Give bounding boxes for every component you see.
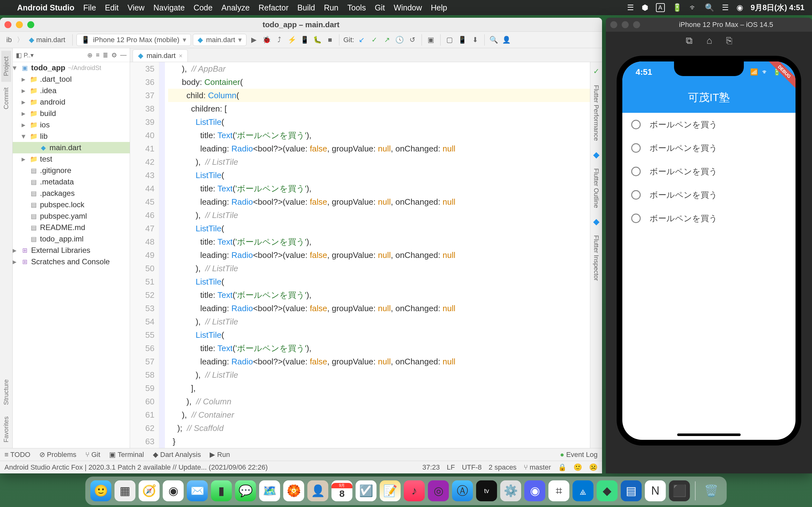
menu-tools[interactable]: Tools (347, 3, 366, 12)
todo-item[interactable]: ボールペンを買う (622, 160, 796, 183)
close-tab-icon[interactable]: × (179, 52, 183, 60)
mail-icon[interactable]: ✉️ (187, 481, 208, 501)
status-message[interactable]: Android Studio Arctic Fox | 2020.3.1 Pat… (4, 463, 268, 471)
sim-minimize-button[interactable] (622, 21, 629, 28)
photos-icon[interactable]: 🏵️ (283, 481, 304, 501)
control-center-icon[interactable]: ☰ (722, 3, 729, 12)
home-icon[interactable]: ⌂ (706, 35, 712, 46)
slack-icon[interactable]: ⌗ (548, 481, 569, 501)
run-config-selector[interactable]: ◆main.dart▾ (193, 34, 247, 46)
menu-view[interactable]: View (128, 3, 145, 12)
stop-button[interactable]: ■ (324, 35, 335, 45)
menu-analyze[interactable]: Analyze (221, 3, 250, 12)
breadcrumb-lib[interactable]: ib (3, 35, 15, 45)
run-button[interactable]: ▶ (248, 35, 259, 45)
discord-icon[interactable]: ◉ (524, 481, 545, 501)
tab-dart-analysis[interactable]: ◆ Dart Analysis (153, 451, 201, 459)
breadcrumb-file[interactable]: ◆ main.dart (26, 35, 68, 45)
sim-zoom-button[interactable] (633, 21, 640, 28)
tree-expand-icon[interactable]: ≡ (96, 51, 100, 59)
menu-code[interactable]: Code (194, 3, 212, 12)
code-editor[interactable]: 3536373839404142434445464748495051525354… (130, 62, 602, 448)
tool-structure[interactable]: Structure (1, 374, 11, 411)
podcasts-icon[interactable]: ◎ (428, 481, 449, 501)
minimize-button[interactable] (16, 21, 23, 28)
wifi-icon[interactable]: ᯤ (690, 3, 697, 12)
menu-build[interactable]: Build (298, 3, 315, 12)
tree-item[interactable]: ▸📁ios (13, 119, 130, 130)
search-everywhere-button[interactable]: 🔍 (489, 35, 499, 45)
git-pull-button[interactable]: ↙ (356, 35, 367, 45)
coverage-button[interactable]: ⤴ (274, 35, 285, 45)
tool-commit[interactable]: Commit (1, 82, 11, 115)
tab-git[interactable]: ⑂ Git (85, 451, 100, 459)
tool-flutter-inspector[interactable]: Flutter Inspector (589, 231, 602, 285)
zoom-button[interactable] (27, 21, 34, 28)
tree-item[interactable]: ▤.packages (13, 187, 130, 199)
launchpad-icon[interactable]: ▦ (114, 481, 136, 501)
caret-position[interactable]: 37:23 (422, 463, 440, 471)
reminders-icon[interactable]: ☑️ (356, 481, 376, 501)
calendar-icon[interactable]: 9月8 (332, 481, 352, 501)
rotate-icon[interactable]: ⎘ (726, 35, 732, 46)
menu-refactor[interactable]: Refactor (258, 3, 288, 12)
device-selector[interactable]: 📱iPhone 12 Pro Max (mobile)▾ (77, 34, 191, 46)
radio-icon[interactable] (631, 214, 641, 223)
tree-collapse-icon[interactable]: ≣ (103, 51, 108, 59)
tool-favorites[interactable]: Favorites (1, 411, 11, 448)
tree-item[interactable]: ▤pubspec.yaml (13, 210, 130, 222)
tree-item[interactable]: ▤todo_app.iml (13, 233, 130, 245)
tree-item[interactable]: ▸⊞External Libraries (13, 245, 130, 256)
close-button[interactable] (4, 21, 11, 28)
tv-icon[interactable]: tv (476, 481, 497, 501)
sequel-icon[interactable]: ▤ (621, 481, 642, 501)
tab-terminal[interactable]: ▣ Terminal (109, 451, 144, 459)
profile-button[interactable]: 🐛 (312, 35, 322, 45)
code-content[interactable]: ), // AppBar body: Container( child: Col… (165, 62, 602, 448)
attach-debugger-button[interactable]: 📱 (299, 35, 310, 45)
tree-item[interactable]: ▾📁lib (13, 130, 130, 142)
git-revert-button[interactable]: ↺ (407, 35, 418, 45)
tree-item[interactable]: ▸📁android (13, 96, 130, 108)
notion-app-icon[interactable]: N (645, 481, 666, 501)
maps-icon[interactable]: 🗺️ (259, 481, 280, 501)
inspection-ok-icon[interactable]: ✓ (593, 65, 600, 78)
tree-settings-icon[interactable]: ⚙ (111, 51, 117, 59)
music-icon[interactable]: ♪ (404, 481, 425, 501)
tab-run[interactable]: ▶ Run (210, 451, 230, 459)
sim-close-button[interactable] (610, 21, 617, 28)
safari-icon[interactable]: 🧭 (139, 481, 159, 501)
input-source-icon[interactable]: A (656, 3, 665, 12)
tree-item[interactable]: ▤README.md (13, 222, 130, 233)
emoji-sad-icon[interactable]: ☹️ (589, 463, 598, 471)
spotlight-icon[interactable]: 🔍 (705, 3, 714, 12)
chrome-icon[interactable]: ◉ (163, 481, 184, 501)
siri-icon[interactable]: ◉ (737, 3, 743, 12)
menu-file[interactable]: File (84, 3, 96, 12)
tree-locate-icon[interactable]: ⊕ (87, 51, 93, 59)
tab-problems[interactable]: ⊘ Problems (39, 451, 77, 459)
fold-column[interactable] (159, 62, 165, 448)
avd-manager-button[interactable]: ▣ (426, 35, 437, 45)
notes-icon[interactable]: 📝 (380, 481, 401, 501)
menu-help[interactable]: Help (431, 3, 447, 12)
terminal-icon[interactable]: ⬛ (669, 481, 690, 501)
todo-item[interactable]: ボールペンを買う (622, 113, 796, 136)
todo-item[interactable]: ボールペンを買う (622, 207, 796, 230)
tree-hide-icon[interactable]: — (120, 51, 126, 59)
tab-todo[interactable]: ≡ TODO (4, 451, 31, 459)
messages-icon[interactable]: 💬 (235, 481, 256, 501)
settings-icon[interactable]: ⚙️ (500, 481, 521, 501)
device-manager-button[interactable]: 📱 (457, 35, 468, 45)
menubar-appname[interactable]: Android Studio (17, 3, 74, 12)
line-ending[interactable]: LF (447, 463, 455, 471)
radio-icon[interactable] (631, 143, 641, 153)
menu-git[interactable]: Git (374, 3, 385, 12)
git-branch[interactable]: ⑂ master (524, 463, 551, 471)
finder-icon[interactable]: 🙂 (90, 481, 111, 501)
android-studio-icon[interactable]: ◆ (597, 481, 618, 501)
facetime-icon[interactable]: ▮ (211, 481, 232, 501)
trash-icon[interactable]: 🗑️ (701, 481, 722, 501)
tree-item[interactable]: ▤.metadata (13, 176, 130, 187)
tree-item[interactable]: ▤.gitignore (13, 165, 130, 176)
